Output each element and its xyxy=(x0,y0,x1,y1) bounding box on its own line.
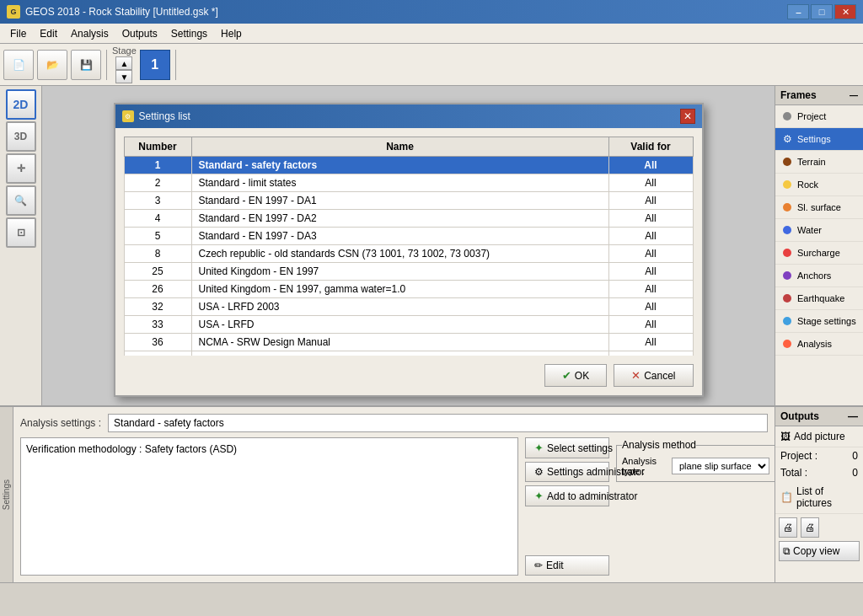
frame-settings[interactable]: ⚙ Settings xyxy=(775,128,863,151)
bottom-content-flex: Verification methodology : Safety factor… xyxy=(20,437,768,576)
row-number: 3 xyxy=(124,192,191,210)
view-3d-button[interactable]: 3D xyxy=(6,121,36,152)
menu-settings[interactable]: Settings xyxy=(164,26,214,41)
stage-number-badge[interactable]: 1 xyxy=(140,50,170,80)
table-row[interactable]: 33 USA - LRFD All xyxy=(124,316,693,334)
settings-icon: ⚙ xyxy=(780,132,794,146)
print-button-2[interactable]: 🖨 xyxy=(801,517,819,538)
earthquake-icon xyxy=(780,292,794,305)
frame-project[interactable]: Project xyxy=(775,105,863,128)
frame-water-label: Water xyxy=(797,225,822,235)
table-row[interactable]: 36 NCMA - SRW Design Manual All xyxy=(124,334,693,351)
row-name: Standard - EN 1997 - DA1 xyxy=(191,192,608,210)
close-button[interactable]: ✕ xyxy=(834,4,856,19)
open-button[interactable]: 📂 xyxy=(37,50,67,80)
table-row[interactable]: 3 Standard - EN 1997 - DA1 All xyxy=(124,192,693,210)
outputs-header: Outputs — xyxy=(775,407,863,426)
frame-rock[interactable]: Rock xyxy=(775,174,863,196)
table-row[interactable]: 8 Czech republic - old standards CSN (73… xyxy=(124,245,693,263)
frame-water[interactable]: Water xyxy=(775,219,863,242)
stage-down-button[interactable]: ▼ xyxy=(115,70,132,83)
move-icon: ✛ xyxy=(17,163,25,174)
dialog-overlay: ⚙ Settings list ✕ Number Name xyxy=(42,86,775,405)
frame-terrain[interactable]: Terrain xyxy=(775,151,863,174)
table-row[interactable]: 5 Standard - EN 1997 - DA3 All xyxy=(124,228,693,245)
row-number: 41 xyxy=(124,351,191,356)
minimize-button[interactable]: ‒ xyxy=(787,4,809,19)
menu-analysis[interactable]: Analysis xyxy=(64,26,115,41)
outputs-actions: 🖨 🖨 ⧉ Copy view xyxy=(775,514,863,565)
frame-sl-surface[interactable]: Sl. surface xyxy=(775,196,863,219)
table-row[interactable]: 32 USA - LRFD 2003 All xyxy=(124,298,693,316)
frame-earthquake[interactable]: Earthquake xyxy=(775,287,863,310)
menu-outputs[interactable]: Outputs xyxy=(115,26,164,41)
edit-icon: ✏ xyxy=(534,560,543,571)
bottom-left-col: Verification methodology : Safety factor… xyxy=(20,437,518,576)
list-pictures-icon: 📋 xyxy=(780,491,793,503)
frame-anchors[interactable]: Anchors xyxy=(775,265,863,287)
frame-surcharge-label: Surcharge xyxy=(797,248,840,258)
save-button[interactable]: 💾 xyxy=(71,50,101,80)
row-name: Standard - EN 1997 - DA3 xyxy=(191,228,608,245)
move-button[interactable]: ✛ xyxy=(6,153,36,184)
row-number: 4 xyxy=(124,210,191,228)
add-picture-button[interactable]: 🖼 Add picture xyxy=(775,426,863,447)
row-name: Standard - safety factors xyxy=(191,157,608,174)
total-value: 0 xyxy=(852,467,858,479)
settings-side-tab: Settings xyxy=(0,407,13,582)
row-valid: All xyxy=(608,263,693,281)
outputs-collapse-button[interactable]: — xyxy=(848,410,858,422)
frame-surcharge[interactable]: Surcharge xyxy=(775,242,863,265)
cancel-button[interactable]: ✕ Cancel xyxy=(614,364,693,387)
new-button[interactable]: 📄 xyxy=(3,50,34,80)
select-button[interactable]: ⊡ xyxy=(6,217,36,248)
analysis-type-select[interactable]: plane slip surface xyxy=(672,458,769,474)
row-name: LRFD - Standard xyxy=(191,351,608,356)
add-picture-icon: 🖼 xyxy=(780,431,791,442)
project-stat-row: Project : 0 xyxy=(775,447,863,464)
cancel-x-icon: ✕ xyxy=(631,369,641,382)
toolbar: 📄 📂 💾 Stage ▲ ▼ 1 xyxy=(0,44,863,86)
table-row[interactable]: 2 Standard - limit states All xyxy=(124,174,693,192)
ok-check-icon: ✔ xyxy=(562,369,571,382)
menu-help[interactable]: Help xyxy=(214,26,249,41)
dialog-close-button[interactable]: ✕ xyxy=(680,109,695,124)
menu-file[interactable]: File xyxy=(3,26,33,41)
table-row[interactable]: 25 United Kingdom - EN 1997 All xyxy=(124,263,693,281)
zoom-icon: 🔍 xyxy=(14,195,27,206)
table-row[interactable]: 41 LRFD - Standard All xyxy=(124,351,693,356)
copy-view-button[interactable]: ⧉ Copy view xyxy=(779,541,860,561)
zoom-button[interactable]: 🔍 xyxy=(6,185,36,216)
toolbar-sep-1 xyxy=(106,50,107,80)
table-row[interactable]: 26 United Kingdom - EN 1997, gamma water… xyxy=(124,281,693,298)
add-to-administrator-button[interactable]: ✦ Add to administrator xyxy=(525,485,609,506)
print-button-1[interactable]: 🖨 xyxy=(779,517,797,538)
frames-collapse-button[interactable]: — xyxy=(850,91,858,100)
row-number: 33 xyxy=(124,316,191,334)
analysis-settings-value: Standard - safety factors xyxy=(108,414,768,432)
analysis-method-title: Analysis method xyxy=(622,439,696,451)
table-row[interactable]: 1 Standard - safety factors All xyxy=(124,157,693,174)
row-number: 5 xyxy=(124,228,191,245)
settings-administrator-button[interactable]: ⚙ Settings administrator xyxy=(525,462,609,482)
list-pictures-button[interactable]: 📋 List of pictures xyxy=(775,481,863,514)
settings-table-scroll[interactable]: Number Name Valid for 1 Standard - safet… xyxy=(124,137,694,356)
select-settings-button[interactable]: ✦ Select settings xyxy=(525,437,609,458)
menu-edit[interactable]: Edit xyxy=(33,26,64,41)
row-number: 1 xyxy=(124,157,191,174)
add-picture-label: Add picture xyxy=(794,431,845,442)
frame-analysis[interactable]: Analysis xyxy=(775,333,863,356)
frame-anchors-label: Anchors xyxy=(797,271,831,281)
dialog-title: ⚙ Settings list xyxy=(122,110,190,122)
maximize-button[interactable]: □ xyxy=(811,4,833,19)
stage-up-button[interactable]: ▲ xyxy=(115,56,132,70)
stage-settings-icon xyxy=(780,314,794,328)
ok-button[interactable]: ✔ OK xyxy=(544,364,607,387)
ok-label: OK xyxy=(575,370,589,382)
left-sidebar: 2D 3D ✛ 🔍 ⊡ xyxy=(0,86,42,405)
select-settings-icon: ✦ xyxy=(534,442,544,454)
view-2d-button[interactable]: 2D xyxy=(6,89,36,120)
table-row[interactable]: 4 Standard - EN 1997 - DA2 All xyxy=(124,210,693,228)
frame-stage-settings[interactable]: Stage settings xyxy=(775,310,863,333)
edit-button[interactable]: ✏ Edit xyxy=(525,555,609,576)
